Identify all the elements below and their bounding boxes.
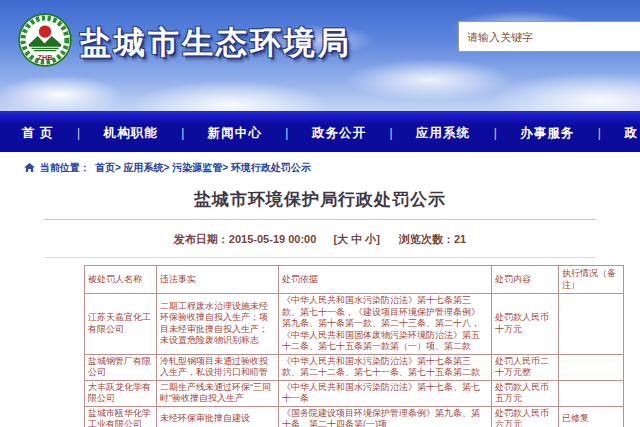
table-cell — [559, 294, 624, 355]
breadcrumb: 当前位置： 首页> 应用系统> 污染源监管> 环境行政处罚公示 — [24, 161, 640, 175]
publish-date: 2015-05-19 00:00 — [229, 233, 316, 245]
views-count: 21 — [454, 233, 466, 245]
table-header-cell: 执行情况（备注） — [559, 266, 624, 294]
table-cell: 盐城市瓯华化学工业有限公司 — [85, 406, 157, 427]
table-cell: 处罚款人民币十万元 — [492, 294, 559, 355]
nav-separator: | — [77, 126, 80, 140]
table-row: 盐城钢管厂有限公司冷轧型钢项目未通过验收投入生产，私设排污口和暗管《中华人民共和… — [85, 354, 624, 380]
publish-date-label: 发布日期： — [174, 233, 229, 245]
penalty-table: 被处罚人名称违法事实处罚依据处罚内容执行情况（备注） 江苏天嘉宜化工有限公司二期… — [84, 265, 624, 427]
nav-separator: | — [389, 126, 392, 140]
table-cell: 二期生产线未通过环保“三同时”验收擅自投入生产 — [157, 380, 279, 406]
table-cell: 盐城钢管厂有限公司 — [85, 354, 157, 380]
table-cell: 处罚款人民币五万元 — [492, 380, 559, 406]
nav-item-3[interactable]: 政务公开 — [312, 125, 366, 142]
table-head: 被处罚人名称违法事实处罚依据处罚内容执行情况（备注） — [85, 266, 624, 294]
table-cell: 大丰跃龙化学有限公司 — [85, 380, 157, 406]
table-cell: 江苏天嘉宜化工有限公司 — [85, 294, 157, 355]
meta-divider — [44, 257, 596, 258]
search-input[interactable] — [458, 21, 640, 52]
title-divider — [44, 219, 596, 220]
nav-item-5[interactable]: 办事服务 — [520, 125, 574, 142]
table-cell: 《中华人民共和国水污染防治法》第十七条第三款、第二十二条、第七十一条、第七十五条… — [279, 354, 492, 380]
table-cell: 处罚款人民币六万元 — [492, 406, 559, 427]
table-cell — [559, 380, 624, 406]
table-body: 江苏天嘉宜化工有限公司二期工程废水治理设施未经环保验收擅自投入生产；项目未经审批… — [85, 294, 624, 427]
article-meta: 发布日期：2015-05-19 00:00 [大 中 小] 浏览次数：21 — [0, 232, 640, 247]
logo-letters: ZHB — [38, 53, 53, 62]
nav-separator: | — [285, 126, 288, 140]
table-cell: 《中华人民共和国水污染防治法》第十七条、第七十一条 — [279, 380, 492, 406]
table-header-row: 被处罚人名称违法事实处罚依据处罚内容执行情况（备注） — [85, 266, 624, 294]
nav-item-6[interactable]: 政 — [624, 125, 638, 142]
table-header-cell: 违法事实 — [157, 266, 279, 294]
nav-items-container: 首 页|机构职能|新闻中心|政务公开|应用系统|办事服务|政 — [0, 114, 640, 152]
home-icon — [24, 163, 35, 173]
table-cell: 《中华人民共和国水污染防治法》第十七条第三款、第七十一条，《建设项目环境保护管理… — [279, 294, 492, 355]
nav-separator: | — [598, 126, 601, 140]
breadcrumb-path[interactable]: 首页> 应用系统> 污染源监管> 环境行政处罚公示 — [95, 161, 311, 175]
table-header-cell: 处罚内容 — [492, 266, 559, 294]
table-row: 大丰跃龙化学有限公司二期生产线未通过环保“三同时”验收擅自投入生产《中华人民共和… — [85, 380, 624, 406]
nav-item-1[interactable]: 机构职能 — [104, 125, 158, 142]
site-header: ZHB 盐城市生态环境局 — [0, 0, 640, 114]
table-cell: 未经环保审批擅自建设 — [157, 406, 279, 427]
table-cell: 冷轧型钢项目未通过验收投入生产，私设排污口和暗管 — [157, 354, 279, 380]
table-cell — [559, 354, 624, 380]
article-title: 盐城市环境保护局行政处罚公示 — [0, 188, 640, 211]
nav-separator: | — [494, 126, 497, 140]
breadcrumb-label: 当前位置： — [40, 161, 90, 175]
table-cell: 《国务院建设项目环境保护管理条例》第九条、第十条、第二十四条第(一)项 — [279, 406, 492, 427]
nav-item-4[interactable]: 应用系统 — [416, 125, 470, 142]
nav-item-0[interactable]: 首 页 — [22, 125, 53, 142]
views-label: 浏览次数： — [399, 233, 454, 245]
page: ZHB 盐城市生态环境局 首 页|机构职能|新闻中心|政务公开|应用系统|办事服… — [0, 0, 640, 427]
table-cell: 已修复 — [559, 406, 624, 427]
table-cell: 处罚人民币二十万元整 — [492, 354, 559, 380]
nav-separator: | — [181, 126, 184, 140]
main-nav: 首 页|机构职能|新闻中心|政务公开|应用系统|办事服务|政 — [0, 114, 640, 152]
table-header-cell: 处罚依据 — [279, 266, 492, 294]
environmental-bureau-logo-icon: ZHB — [18, 13, 72, 67]
font-size-control[interactable]: [大 中 小] — [333, 233, 379, 245]
site-title: 盐城市生态环境局 — [80, 22, 352, 64]
table-row: 江苏天嘉宜化工有限公司二期工程废水治理设施未经环保验收擅自投入生产；项目未经审批… — [85, 294, 624, 355]
table-row: 盐城市瓯华化学工业有限公司未经环保审批擅自建设《国务院建设项目环境保护管理条例》… — [85, 406, 624, 427]
table-header-cell: 被处罚人名称 — [85, 266, 157, 294]
table-cell: 二期工程废水治理设施未经环保验收擅自投入生产；项目未经审批擅自投入生产；未设置危… — [157, 294, 279, 355]
nav-item-2[interactable]: 新闻中心 — [208, 125, 262, 142]
